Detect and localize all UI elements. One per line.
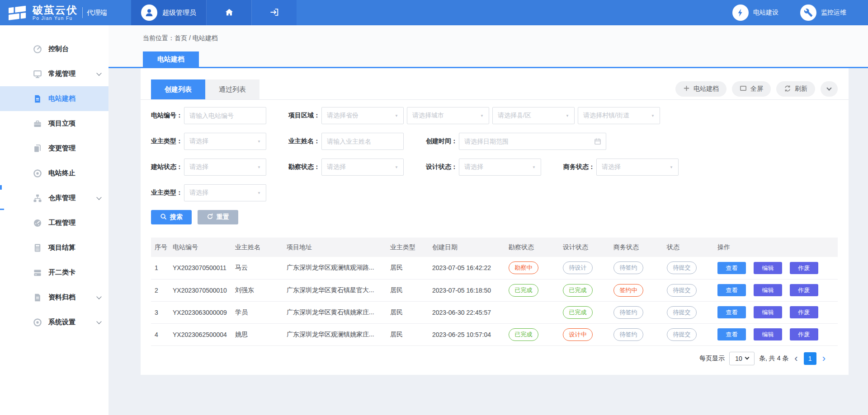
add-station-button[interactable]: 电站建档 bbox=[675, 81, 726, 97]
user-name: 超级管理员 bbox=[162, 9, 196, 17]
col-no: 序号 bbox=[151, 238, 169, 257]
card-icon bbox=[33, 268, 42, 278]
status-badge: 设计中 bbox=[563, 328, 593, 341]
sidebar-item-station-archive[interactable]: 电站建档 bbox=[0, 86, 108, 111]
sidebar-item-open-card[interactable]: 开二类卡 bbox=[0, 260, 108, 285]
table-row: 3 YX2023063000009 学员 广东深圳龙华区黄石镇姚家庄... 居民… bbox=[151, 301, 838, 323]
content-area: 创建列表 通过列表 电站建档 全屏 刷新 bbox=[108, 68, 868, 415]
page-size-suffix: 条, 共 4 条 bbox=[759, 354, 788, 363]
sidebar-item-station-terminate[interactable]: 电站终止 bbox=[0, 161, 108, 186]
status-badge: 待签约 bbox=[613, 261, 643, 274]
status-badge: 待提交 bbox=[667, 261, 697, 274]
status-badge: 勘察中 bbox=[509, 261, 538, 274]
view-button[interactable]: 查看 bbox=[717, 328, 746, 340]
fullscreen-icon bbox=[740, 85, 747, 93]
brand: 破茧云伏 Po Jian Yun Fu 代理端 bbox=[0, 0, 131, 25]
prev-page-button[interactable]: ‹ bbox=[793, 354, 799, 364]
build-status-select[interactable]: 请选择▼ bbox=[184, 159, 266, 176]
app-header: 破茧云伏 Po Jian Yun Fu 代理端 超级管理员 bbox=[0, 0, 868, 25]
sidebar-item-console[interactable]: 控制台 bbox=[0, 37, 108, 61]
edit-button[interactable]: 编辑 bbox=[754, 328, 782, 340]
design-status-label: 设计状态： bbox=[426, 163, 459, 171]
reset-button[interactable]: 重置 bbox=[198, 210, 238, 224]
date-range-input[interactable] bbox=[459, 133, 606, 150]
search-button[interactable]: 搜索 bbox=[151, 210, 192, 224]
village-select[interactable]: 请选择村镇/街道▼ bbox=[578, 107, 660, 124]
col-code: 电站编号 bbox=[169, 238, 231, 257]
logout-button[interactable] bbox=[251, 0, 297, 25]
view-button[interactable]: 查看 bbox=[717, 284, 746, 296]
user-menu[interactable]: 超级管理员 bbox=[131, 0, 206, 25]
logout-icon bbox=[269, 7, 279, 19]
refresh-button[interactable]: 刷新 bbox=[776, 81, 815, 97]
status-badge: 待设计 bbox=[563, 261, 593, 274]
col-actions: 操作 bbox=[714, 238, 838, 257]
city-select[interactable]: 请选择城市▼ bbox=[407, 107, 489, 124]
brand-subtitle: Po Jian Yun Fu bbox=[33, 16, 78, 21]
col-survey: 勘察状态 bbox=[505, 238, 559, 257]
void-button[interactable]: 作废 bbox=[790, 306, 818, 318]
brand-logo-icon bbox=[7, 4, 28, 22]
meter-icon bbox=[33, 218, 42, 228]
chevron-down-icon bbox=[745, 355, 749, 360]
owner-type-label: 业主类型： bbox=[151, 137, 184, 145]
sidebar-item-system-settings[interactable]: 系统设置 bbox=[0, 310, 108, 335]
view-button[interactable]: 查看 bbox=[717, 262, 746, 274]
void-button[interactable]: 作废 bbox=[790, 284, 818, 296]
sidebar-item-project-initiation[interactable]: 项目立项 bbox=[0, 111, 108, 136]
page-size-select[interactable]: 10 bbox=[729, 352, 755, 365]
sidebar-item-change-mgmt[interactable]: 变更管理 bbox=[0, 136, 108, 161]
page-number[interactable]: 1 bbox=[804, 352, 816, 365]
tab-create-list[interactable]: 创建列表 bbox=[151, 79, 205, 99]
avatar bbox=[141, 5, 157, 21]
station-code-input[interactable] bbox=[184, 107, 266, 124]
records-table: 序号 电站编号 业主姓名 项目地址 业主类型 创建日期 勘察状态 设计状态 商务… bbox=[151, 238, 838, 346]
void-button[interactable]: 作废 bbox=[790, 262, 818, 274]
county-select[interactable]: 请选择县/区▼ bbox=[492, 107, 575, 124]
status-badge: 待签约 bbox=[613, 328, 643, 341]
caret-icon: ▼ bbox=[532, 165, 536, 169]
region-label: 项目区域： bbox=[288, 112, 321, 120]
brand-divider bbox=[82, 7, 83, 18]
nav-station-build[interactable]: 电站建设 bbox=[732, 5, 778, 21]
business-status-select[interactable]: 请选择▼ bbox=[596, 159, 679, 176]
sidebar-item-project-settlement[interactable]: 项目结算 bbox=[0, 235, 108, 260]
document-icon bbox=[33, 94, 42, 104]
business-status-label: 商务状态： bbox=[563, 163, 596, 171]
survey-status-select[interactable]: 请选择▼ bbox=[321, 159, 404, 176]
caret-icon: ▼ bbox=[257, 191, 261, 195]
view-button[interactable]: 查看 bbox=[717, 306, 746, 318]
copy-icon bbox=[33, 144, 42, 154]
edit-button[interactable]: 编辑 bbox=[754, 262, 782, 274]
next-page-button[interactable]: › bbox=[821, 354, 827, 364]
breadcrumb-path[interactable]: 首页 / 电站建档 bbox=[175, 34, 218, 42]
build-status-label: 建站状态： bbox=[151, 163, 184, 171]
edit-button[interactable]: 编辑 bbox=[754, 284, 782, 296]
page-tab-station-archive[interactable]: 电站建档 bbox=[143, 51, 199, 67]
sidebar-item-general-mgmt[interactable]: 常规管理 bbox=[0, 61, 108, 86]
tab-passed-list[interactable]: 通过列表 bbox=[205, 79, 259, 99]
target-icon bbox=[33, 317, 42, 327]
refresh-icon bbox=[784, 85, 791, 93]
owner-type2-label: 业主类型： bbox=[151, 189, 184, 197]
caret-icon: ▼ bbox=[257, 165, 261, 169]
sidebar-item-data-archive[interactable]: 资料归档 bbox=[0, 285, 108, 310]
owner-name-label: 业主姓名： bbox=[288, 137, 321, 145]
edit-button[interactable]: 编辑 bbox=[754, 306, 782, 318]
sidebar-item-warehouse-mgmt[interactable]: 仓库管理 bbox=[0, 186, 108, 210]
plus-icon bbox=[683, 85, 690, 93]
province-select[interactable]: 请选择省份▼ bbox=[321, 107, 404, 124]
collapse-button[interactable] bbox=[821, 81, 838, 97]
owner-name-input[interactable] bbox=[321, 133, 404, 150]
panel-card: 创建列表 通过列表 电站建档 全屏 刷新 bbox=[141, 68, 849, 375]
fullscreen-button[interactable]: 全屏 bbox=[732, 81, 771, 97]
owner-type2-select[interactable]: 请选择▼ bbox=[184, 184, 266, 201]
void-button[interactable]: 作废 bbox=[790, 328, 818, 340]
filter-form: 电站编号： 项目区域： 请选择省份▼ 请选择城市▼ 请选择县/区▼ 请选择村镇 bbox=[141, 100, 849, 224]
design-status-select[interactable]: 请选择▼ bbox=[459, 159, 541, 176]
nav-monitor-ops[interactable]: 监控运维 bbox=[800, 5, 846, 21]
owner-type-select[interactable]: 请选择▼ bbox=[184, 133, 266, 150]
sidebar-item-engineering-mgmt[interactable]: 工程管理 bbox=[0, 210, 108, 235]
status-badge: 已完成 bbox=[563, 284, 593, 297]
home-button[interactable] bbox=[206, 0, 251, 25]
